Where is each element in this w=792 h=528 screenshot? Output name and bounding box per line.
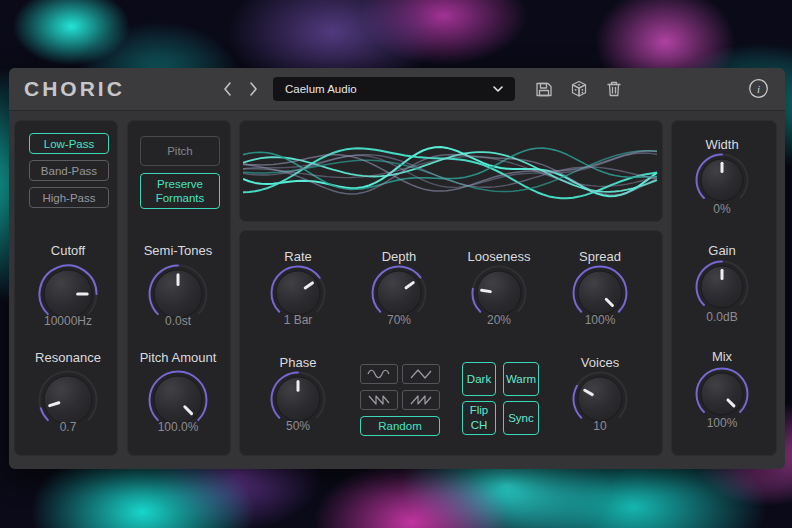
preset-name: Caelum Audio (285, 83, 357, 95)
filter-mode-high-pass[interactable]: High-Pass (29, 187, 109, 208)
flip-channels-toggle-button[interactable]: Flip CH (462, 401, 496, 435)
svg-text:i: i (757, 83, 760, 95)
resonance-label: Resonance (18, 350, 118, 365)
rate-label: Rate (248, 249, 348, 264)
info-button[interactable]: i (748, 78, 768, 98)
spread-value: 100% (550, 313, 650, 327)
voices-label: Voices (550, 355, 650, 370)
save-icon (534, 79, 554, 99)
lfo-shape-saw-down-button[interactable] (360, 390, 398, 410)
pitch-toggle-button[interactable]: Pitch (140, 136, 220, 166)
looseness-label: Looseness (449, 249, 549, 264)
title-bar: CHORIC Caelum Audio i (9, 68, 785, 111)
width-knob[interactable] (694, 152, 750, 208)
pitch-amount-label: Pitch Amount (128, 350, 228, 365)
phase-label: Phase (248, 355, 348, 370)
saw-down-wave-icon (366, 394, 392, 406)
chevron-down-icon (493, 86, 503, 93)
voices-value: 10 (550, 419, 650, 433)
lfo-shape-sine-button[interactable] (360, 364, 398, 384)
resonance-value: 0.7 (18, 420, 118, 434)
delete-preset-button[interactable] (604, 79, 624, 99)
gain-value: 0.0dB (672, 310, 772, 324)
mix-knob[interactable] (694, 366, 750, 422)
plugin-window: CHORIC Caelum Audio i Low-Pass Band-Pass (9, 68, 785, 469)
semitones-value: 0.0st (128, 314, 228, 328)
sync-toggle-button[interactable]: Sync (503, 401, 539, 435)
phase-value: 50% (248, 419, 348, 433)
triangle-wave-icon (408, 368, 434, 380)
info-icon: i (748, 78, 769, 99)
sine-wave-icon (366, 368, 392, 380)
lfo-shape-triangle-button[interactable] (402, 364, 440, 384)
dice-icon (569, 79, 589, 99)
mix-label: Mix (672, 349, 772, 364)
pitch-amount-value: 100.0% (128, 420, 228, 434)
save-preset-button[interactable] (534, 79, 554, 99)
gain-label: Gain (672, 243, 772, 258)
depth-label: Depth (349, 249, 449, 264)
preset-selector[interactable]: Caelum Audio (273, 77, 515, 101)
looseness-value: 20% (449, 313, 549, 327)
width-value: 0% (672, 202, 772, 216)
lfo-shape-random-button[interactable]: Random (360, 416, 440, 436)
app-logo: CHORIC (24, 77, 125, 101)
semitones-label: Semi-Tones (128, 243, 228, 258)
warm-toggle-button[interactable]: Warm (503, 362, 539, 396)
randomize-button[interactable] (569, 79, 589, 99)
trash-icon (604, 79, 624, 99)
gain-knob[interactable] (694, 259, 750, 315)
chevron-right-icon (251, 83, 256, 95)
mix-value: 100% (672, 416, 772, 430)
rate-value: 1 Bar (248, 313, 348, 327)
preset-next-button[interactable] (245, 80, 261, 98)
preserve-formants-button[interactable]: Preserve Formants (140, 173, 220, 209)
chevron-left-icon (225, 83, 230, 95)
cutoff-label: Cutoff (18, 243, 118, 258)
width-label: Width (672, 137, 772, 152)
filter-mode-low-pass[interactable]: Low-Pass (29, 133, 109, 154)
lfo-shape-saw-up-button[interactable] (402, 390, 440, 410)
depth-value: 70% (349, 313, 449, 327)
preset-previous-button[interactable] (220, 80, 236, 98)
dark-toggle-button[interactable]: Dark (462, 362, 496, 396)
filter-mode-band-pass[interactable]: Band-Pass (29, 160, 109, 181)
spread-label: Spread (550, 249, 650, 264)
saw-up-wave-icon (408, 394, 434, 406)
cutoff-value: 10000Hz (18, 314, 118, 328)
waveform-display (243, 124, 659, 218)
